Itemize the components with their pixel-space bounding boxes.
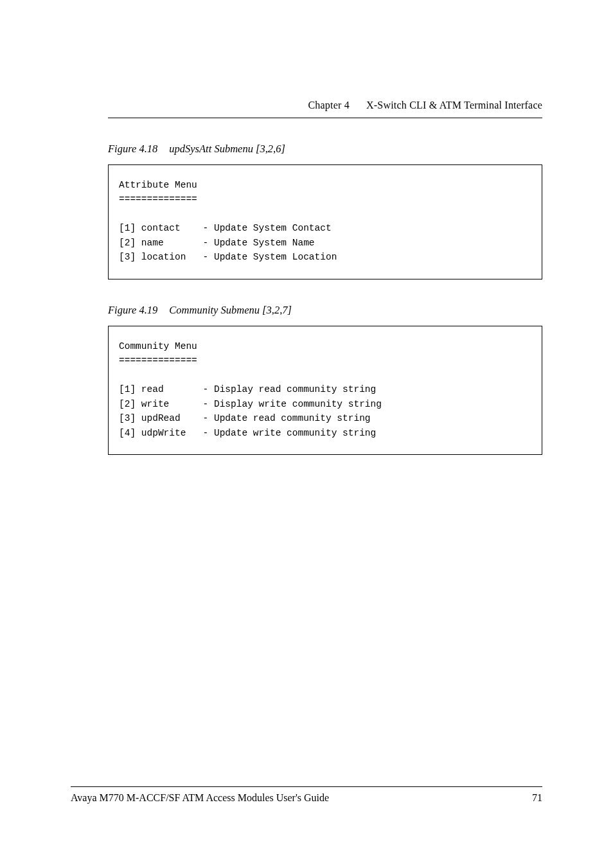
page: Chapter 4 X-Switch CLI & ATM Terminal In… bbox=[0, 0, 613, 868]
code-block-2: Community Menu ============== [1] read -… bbox=[108, 326, 542, 455]
footer-text: Avaya M770 M-ACCF/SF ATM Access Modules … bbox=[71, 792, 329, 804]
figure-caption: Community Submenu [3,2,7] bbox=[169, 304, 292, 316]
figure-label-2: Figure 4.19Community Submenu [3,2,7] bbox=[108, 304, 542, 317]
figure-caption: updSysAtt Submenu [3,2,6] bbox=[169, 143, 285, 155]
running-header: Chapter 4 X-Switch CLI & ATM Terminal In… bbox=[108, 100, 542, 111]
figure-number: Figure 4.19 bbox=[108, 304, 157, 316]
chapter-title: X-Switch CLI & ATM Terminal Interface bbox=[366, 100, 542, 111]
header-rule bbox=[108, 118, 542, 118]
page-number: 71 bbox=[532, 792, 542, 804]
code-block-1: Attribute Menu ============== [1] contac… bbox=[108, 164, 542, 279]
figure-label-1: Figure 4.18updSysAtt Submenu [3,2,6] bbox=[108, 143, 542, 155]
page-footer: Avaya M770 M-ACCF/SF ATM Access Modules … bbox=[71, 786, 542, 804]
footer-row: Avaya M770 M-ACCF/SF ATM Access Modules … bbox=[71, 792, 542, 804]
figure-number: Figure 4.18 bbox=[108, 143, 157, 155]
chapter-label: Chapter 4 bbox=[308, 100, 349, 111]
footer-rule bbox=[71, 786, 542, 787]
